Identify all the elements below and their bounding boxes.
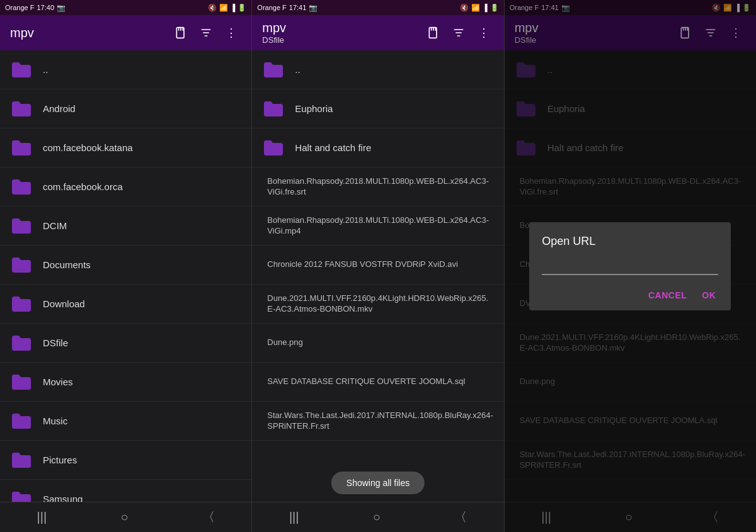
carrier-text-2: Orange F bbox=[257, 4, 286, 11]
status-carrier-1: Orange F 17:40 📷 bbox=[5, 4, 66, 12]
list-item[interactable]: Star.Wars.The.Last.Jedi.2017.iNTERNAL.10… bbox=[252, 402, 503, 441]
list-item[interactable]: DCIM bbox=[0, 207, 251, 246]
list-item[interactable]: SAVE DATABASE CRITIQUE OUVERTE JOOMLA.sq… bbox=[252, 363, 503, 402]
file-name: Documents bbox=[43, 259, 241, 271]
status-bar-2: Orange F 17:41 📷 🔇 📶 ▐ 🔋 bbox=[252, 0, 503, 15]
list-item[interactable]: com.facebook.orca bbox=[0, 167, 251, 207]
file-name: Chronicle 2012 FANSUB VOSTFR DVDRiP XviD… bbox=[267, 259, 493, 270]
sdcard-icon-1[interactable] bbox=[171, 23, 191, 43]
folder-icon bbox=[10, 410, 33, 433]
folder-icon bbox=[10, 449, 33, 472]
home-btn-2[interactable]: ○ bbox=[360, 505, 393, 529]
list-item[interactable]: .. bbox=[0, 50, 251, 89]
file-name: Movies bbox=[43, 376, 241, 388]
bottom-nav-1: ||| ○ 〈 bbox=[0, 502, 251, 532]
list-item[interactable]: Android bbox=[0, 89, 251, 128]
file-name: DSfile bbox=[43, 337, 241, 349]
file-name: Download bbox=[43, 298, 241, 310]
file-name: Dune.2021.MULTI.VFF.2160p.4KLight.HDR10.… bbox=[267, 293, 493, 315]
time-text-1: 17:40 bbox=[37, 4, 54, 11]
filter-icon-2[interactable] bbox=[449, 23, 469, 43]
panel-1: Orange F 17:40 📷 🔇 📶 ▐ 🔋 mpv ⋮ bbox=[0, 0, 252, 532]
list-item[interactable]: Bohemian.Rhapsody.2018.MULTi.1080p.WEB-D… bbox=[252, 207, 503, 246]
file-name: com.facebook.katana bbox=[43, 142, 241, 154]
sdcard-icon-2[interactable] bbox=[423, 23, 444, 43]
url-input[interactable] bbox=[542, 258, 718, 275]
folder-icon bbox=[10, 59, 33, 81]
list-item[interactable]: Chronicle 2012 FANSUB VOSTFR DVDRiP XviD… bbox=[252, 246, 503, 285]
toast-2: Showing all files bbox=[331, 472, 425, 494]
list-item[interactable]: Bohemian.Rhapsody.2018.MULTi.1080p.WEB-D… bbox=[252, 167, 503, 207]
folder-icon bbox=[10, 488, 33, 502]
more-icon-1[interactable]: ⋮ bbox=[221, 23, 241, 43]
signal-icon-2: ▐ bbox=[483, 4, 488, 11]
list-item[interactable]: Pictures bbox=[0, 441, 251, 480]
list-item[interactable]: Documents bbox=[0, 246, 251, 285]
folder-icon bbox=[10, 254, 33, 276]
list-item[interactable]: Halt and catch fire bbox=[252, 128, 503, 167]
file-name: Dune.png bbox=[267, 337, 493, 348]
list-item[interactable]: .. bbox=[252, 50, 503, 89]
wifi-icon-2: 📶 bbox=[471, 4, 480, 12]
menu-btn-1[interactable]: ||| bbox=[25, 505, 60, 529]
list-item[interactable]: com.facebook.katana bbox=[0, 128, 251, 167]
carrier-text-1: Orange F bbox=[5, 4, 34, 11]
list-item[interactable]: Download bbox=[0, 285, 251, 324]
folder-icon bbox=[10, 371, 33, 393]
folder-icon bbox=[262, 137, 285, 159]
wifi-icon-1: 📶 bbox=[219, 4, 228, 12]
ok-button[interactable]: OK bbox=[699, 285, 718, 305]
back-btn-2[interactable]: 〈 bbox=[442, 504, 479, 531]
list-item[interactable]: Dune.png bbox=[252, 324, 503, 363]
title-group-2: mpv DSfile bbox=[262, 20, 418, 45]
file-name: .. bbox=[295, 64, 493, 76]
file-name: Samsung bbox=[43, 493, 241, 502]
more-icon-2[interactable]: ⋮ bbox=[474, 23, 494, 43]
dialog-title: Open URL bbox=[542, 235, 718, 248]
title-group-1: mpv bbox=[10, 25, 166, 40]
mute-icon-2: 🔇 bbox=[460, 4, 469, 12]
list-item[interactable]: Samsung bbox=[0, 480, 251, 502]
cancel-button[interactable]: CANCEL bbox=[646, 285, 689, 305]
list-item[interactable]: DSfile bbox=[0, 324, 251, 363]
filter-icon-1[interactable] bbox=[196, 23, 216, 43]
list-item[interactable]: Music bbox=[0, 402, 251, 441]
app-title-1: mpv bbox=[10, 25, 166, 40]
status-bar-1: Orange F 17:40 📷 🔇 📶 ▐ 🔋 bbox=[0, 0, 251, 15]
file-name: Bohemian.Rhapsody.2018.MULTi.1080p.WEB-D… bbox=[267, 215, 493, 237]
file-list-2[interactable]: .. Euphoria Halt and catch fireBohemian.… bbox=[252, 50, 503, 502]
panel-2: Orange F 17:41 📷 🔇 📶 ▐ 🔋 mpv DSfile bbox=[252, 0, 504, 532]
status-icons-2: 🔇 📶 ▐ 🔋 bbox=[460, 4, 499, 12]
file-list-1[interactable]: .. Android com.facebook.katana com.faceb… bbox=[0, 50, 251, 502]
app-bar-1: mpv ⋮ bbox=[0, 15, 251, 50]
file-name: SAVE DATABASE CRITIQUE OUVERTE JOOMLA.sq… bbox=[267, 376, 493, 387]
folder-icon bbox=[10, 137, 33, 159]
folder-icon bbox=[10, 332, 33, 354]
back-btn-1[interactable]: 〈 bbox=[190, 504, 227, 531]
photo-icon-1: 📷 bbox=[57, 4, 66, 12]
panels-container: Orange F 17:40 📷 🔇 📶 ▐ 🔋 mpv ⋮ bbox=[0, 0, 756, 532]
list-item[interactable]: Movies bbox=[0, 363, 251, 402]
dialog-overlay[interactable]: Open URL CANCEL OK bbox=[505, 0, 756, 532]
dialog-actions: CANCEL OK bbox=[542, 285, 718, 305]
file-name: Pictures bbox=[43, 454, 241, 467]
list-item[interactable]: Dune.2021.MULTI.VFF.2160p.4KLight.HDR10.… bbox=[252, 285, 503, 324]
home-btn-1[interactable]: ○ bbox=[108, 505, 140, 529]
status-icons-1: 🔇 📶 ▐ 🔋 bbox=[208, 4, 247, 12]
file-name: DCIM bbox=[43, 220, 241, 232]
folder-icon bbox=[10, 215, 33, 237]
list-item[interactable]: Euphoria bbox=[252, 89, 503, 128]
battery-icon-1: 🔋 bbox=[238, 4, 246, 12]
folder-icon bbox=[10, 176, 33, 198]
file-name: Android bbox=[43, 103, 241, 115]
menu-btn-2[interactable]: ||| bbox=[277, 505, 312, 529]
file-name: Euphoria bbox=[295, 103, 493, 115]
open-url-dialog: Open URL CANCEL OK bbox=[529, 222, 731, 310]
folder-icon bbox=[10, 293, 33, 315]
bottom-nav-2: ||| ○ 〈 bbox=[252, 502, 503, 532]
file-name: Star.Wars.The.Last.Jedi.2017.iNTERNAL.10… bbox=[267, 410, 493, 432]
status-carrier-2: Orange F 17:41 📷 bbox=[257, 4, 318, 12]
photo-icon-2: 📷 bbox=[309, 4, 318, 12]
app-title-2: mpv bbox=[262, 20, 418, 35]
signal-icon-1: ▐ bbox=[231, 4, 236, 11]
